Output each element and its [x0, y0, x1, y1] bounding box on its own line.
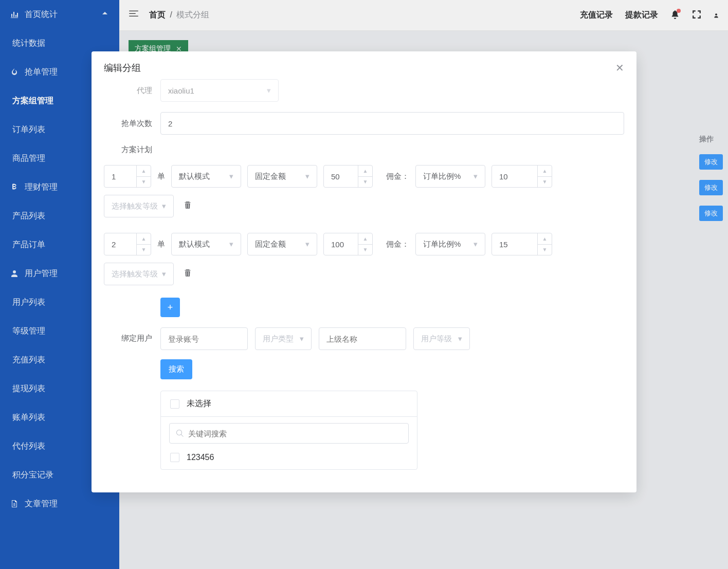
parent-name-input[interactable]	[326, 335, 398, 343]
transfer-panel: 未选择 123456	[160, 391, 417, 470]
edit-group-dialog: 编辑分组 ✕ 代理 xiaoliu1 ▾ 抢单次数 方案计	[92, 51, 636, 492]
spin-up-icon[interactable]: ▲	[358, 233, 372, 245]
count-label: 抢单次数	[104, 119, 160, 129]
unit-label: 单	[157, 240, 165, 249]
plan-label: 方案计划	[104, 145, 160, 155]
commission-value-input[interactable]: ▲▼	[492, 233, 552, 255]
spin-up-icon[interactable]: ▲	[358, 166, 372, 177]
commission-type-select[interactable]: 订单比例%▾	[415, 233, 485, 255]
plan-row: ▲▼ 单 默认模式▾ 固定金额▾ ▲▼ 佣金： 订单比例%▾ ▲▼	[104, 165, 624, 217]
plan-index-input[interactable]: ▲▼	[104, 165, 151, 188]
spin-up-icon[interactable]: ▲	[137, 166, 151, 177]
user-level-select[interactable]: 用户等级▾	[413, 327, 470, 350]
transfer-item[interactable]: 123456	[161, 446, 417, 469]
trigger-level-select[interactable]: 选择触发等级▾	[104, 263, 174, 285]
search-icon	[176, 429, 184, 437]
spin-down-icon[interactable]: ▼	[137, 177, 151, 188]
dialog-title: 编辑分组	[104, 62, 141, 74]
amount-type-select[interactable]: 固定金额▾	[247, 165, 317, 188]
agent-value: xiaoliu1	[168, 86, 194, 95]
spin-down-icon[interactable]: ▼	[358, 177, 372, 188]
chevron-down-icon: ▾	[300, 334, 304, 343]
chevron-down-icon: ▾	[474, 240, 478, 249]
plan-index-input[interactable]: ▲▼	[104, 233, 151, 255]
unit-label: 单	[157, 172, 165, 181]
chevron-down-icon: ▾	[305, 240, 310, 249]
spin-down-icon[interactable]: ▼	[137, 245, 151, 255]
chevron-down-icon: ▾	[474, 172, 478, 181]
agent-select[interactable]: xiaoliu1 ▾	[160, 79, 279, 102]
chevron-down-icon: ▾	[267, 86, 271, 95]
chevron-down-icon: ▾	[458, 334, 462, 343]
chevron-down-icon: ▾	[162, 201, 166, 211]
search-button[interactable]: 搜索	[160, 359, 192, 379]
commission-type-select[interactable]: 订单比例%▾	[415, 165, 485, 188]
spin-down-icon[interactable]: ▼	[538, 245, 552, 255]
spin-up-icon[interactable]: ▲	[538, 166, 552, 177]
select-all-checkbox[interactable]	[170, 399, 179, 409]
delete-plan-button[interactable]	[183, 268, 192, 280]
delete-plan-button[interactable]	[183, 200, 192, 212]
mode-select[interactable]: 默认模式▾	[171, 165, 241, 188]
trigger-level-select[interactable]: 选择触发等级▾	[104, 195, 174, 217]
transfer-header: 未选择	[161, 391, 417, 417]
chevron-down-icon: ▾	[162, 269, 166, 279]
amount-type-select[interactable]: 固定金额▾	[247, 233, 317, 255]
chevron-down-icon: ▾	[229, 240, 233, 249]
transfer-search-input[interactable]	[169, 423, 409, 444]
dialog-header: 编辑分组 ✕	[92, 51, 636, 79]
transfer-title: 未选择	[187, 398, 211, 409]
spin-down-icon[interactable]: ▼	[358, 245, 372, 255]
dialog-close-button[interactable]: ✕	[615, 62, 624, 74]
chevron-down-icon: ▾	[229, 172, 233, 181]
item-checkbox[interactable]	[170, 453, 179, 462]
commission-label: 佣金：	[386, 172, 409, 181]
add-plan-button[interactable]: +	[160, 298, 180, 317]
transfer-item-label: 123456	[187, 453, 214, 462]
dialog-body: 代理 xiaoliu1 ▾ 抢单次数 方案计划	[92, 79, 636, 492]
login-account-input[interactable]	[168, 335, 240, 343]
user-type-select[interactable]: 用户类型▾	[255, 327, 312, 350]
amount-input[interactable]: ▲▼	[323, 165, 373, 188]
agent-label: 代理	[104, 86, 160, 96]
spin-up-icon[interactable]: ▲	[538, 233, 552, 245]
commission-label: 佣金：	[386, 240, 409, 249]
plan-row: ▲▼ 单 默认模式▾ 固定金额▾ ▲▼ 佣金： 订单比例%▾ ▲▼	[104, 233, 624, 285]
spin-down-icon[interactable]: ▼	[538, 177, 552, 188]
bind-user-label: 绑定用户	[104, 327, 160, 343]
amount-input[interactable]: ▲▼	[323, 233, 373, 255]
chevron-down-icon: ▾	[305, 172, 310, 181]
modal-mask: 编辑分组 ✕ 代理 xiaoliu1 ▾ 抢单次数 方案计	[0, 0, 728, 569]
spin-up-icon[interactable]: ▲	[137, 233, 151, 245]
mode-select[interactable]: 默认模式▾	[171, 233, 241, 255]
commission-value-input[interactable]: ▲▼	[492, 165, 552, 188]
count-input[interactable]	[168, 119, 616, 128]
